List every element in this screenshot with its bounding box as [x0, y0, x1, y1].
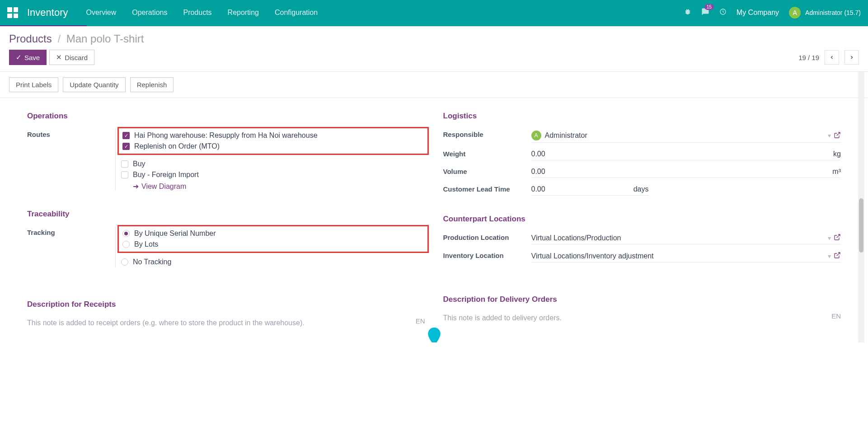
counterpart-title: Counterpart Locations [443, 215, 841, 224]
messages-badge: 15 [704, 4, 714, 10]
tracking-label: Tracking [27, 227, 115, 236]
responsible-value[interactable]: A Administrator ▾ [531, 129, 841, 143]
scrollbar-thumb[interactable] [859, 198, 863, 253]
lang-tag[interactable]: EN [416, 317, 425, 325]
tracking-option-label: By Lots [134, 240, 158, 248]
tracking-field: Tracking By Unique Serial Number By Lots… [27, 227, 425, 267]
save-label: Save [24, 54, 40, 61]
dropdown-icon[interactable]: ▾ [828, 253, 831, 260]
responsible-text: Administrator [545, 131, 826, 140]
lead-field: Customer Lead Time days [443, 183, 841, 196]
bug-icon[interactable] [684, 8, 691, 17]
routes-label: Routes [27, 129, 115, 138]
breadcrumb-separator: / [57, 33, 61, 45]
nav-products[interactable]: Products [183, 9, 211, 17]
dropdown-icon[interactable]: ▾ [828, 234, 831, 242]
breadcrumb-parent[interactable]: Products [9, 33, 52, 45]
weight-unit: kg [833, 150, 841, 158]
prod-location-value[interactable]: Virtual Locations/Production ▾ [531, 232, 841, 244]
update-quantity-button[interactable]: Update Quantity [63, 77, 125, 92]
breadcrumb: Products / Man polo T-shirt [9, 33, 859, 45]
radio-icon [122, 241, 130, 248]
tracking-none[interactable]: No Tracking [121, 257, 425, 267]
inv-location-value[interactable]: Virtual Locations/Inventory adjustment ▾ [531, 250, 841, 262]
routes-field: Routes ✓ Hai Phong warehouse: Resupply f… [27, 129, 425, 191]
discard-button[interactable]: ✕ Discard [49, 50, 94, 65]
arrow-right-icon: ➜ [133, 182, 139, 191]
view-diagram-link[interactable]: ➜ View Diagram [133, 182, 186, 191]
tracking-serial[interactable]: By Unique Serial Number [122, 228, 424, 239]
volume-label: Volume [443, 166, 531, 175]
discard-label: Discard [65, 54, 88, 61]
nav-overview[interactable]: Overview [86, 9, 117, 17]
desc-receipts-placeholder: This note is added to receipt orders (e.… [27, 317, 425, 329]
prod-location-text: Virtual Locations/Production [531, 234, 826, 242]
prod-location-field: Production Location Virtual Locations/Pr… [443, 232, 841, 244]
lang-tag[interactable]: EN [831, 312, 841, 320]
route-label: Buy - Foreign Import [133, 171, 199, 179]
nav-operations[interactable]: Operations [132, 9, 167, 17]
route-mto[interactable]: ✓ Replenish on Order (MTO) [122, 141, 424, 152]
checkbox-icon: ✓ [122, 143, 130, 150]
desc-receipts-field[interactable]: This note is added to receipt orders (e.… [27, 317, 425, 329]
print-labels-button[interactable]: Print Labels [9, 77, 58, 92]
topnav-right: 15 My Company A Administrator (15.7) [684, 7, 861, 19]
breadcrumb-bar: Products / Man polo T-shirt [0, 26, 868, 50]
weight-field: Weight kg [443, 148, 841, 160]
clock-icon[interactable] [719, 8, 727, 17]
radio-icon [122, 230, 130, 237]
tracking-option-label: No Tracking [133, 258, 171, 266]
dropdown-icon[interactable]: ▾ [828, 132, 831, 139]
user-name: Administrator (15.7) [805, 9, 861, 16]
route-haiphong[interactable]: ✓ Hai Phong warehouse: Resupply from Ha … [122, 130, 424, 141]
responsible-label: Responsible [443, 129, 531, 138]
lead-input-wrap: days [531, 183, 649, 196]
tracking-lots[interactable]: By Lots [122, 239, 424, 250]
weight-input-wrap: kg [531, 148, 841, 160]
messages-icon[interactable]: 15 [701, 8, 709, 18]
nav-menu: Overview Operations Products Reporting C… [86, 9, 318, 17]
responsible-field: Responsible A Administrator ▾ [443, 129, 841, 143]
replenish-button[interactable]: Replenish [130, 77, 174, 92]
external-link-icon[interactable] [834, 131, 841, 140]
inv-location-label: Inventory Location [443, 250, 531, 259]
routes-value: ✓ Hai Phong warehouse: Resupply from Ha … [115, 129, 425, 191]
routes-highlight: ✓ Hai Phong warehouse: Resupply from Ha … [117, 127, 429, 155]
avatar-icon: A [531, 131, 541, 140]
user-menu[interactable]: A Administrator (15.7) [789, 7, 861, 19]
close-icon: ✕ [56, 53, 62, 61]
tracking-highlight: By Unique Serial Number By Lots [117, 225, 429, 253]
app-name[interactable]: Inventory [27, 7, 68, 19]
pager-next[interactable] [845, 50, 859, 65]
pager-text: 19 / 19 [798, 54, 819, 61]
lead-input[interactable] [531, 185, 630, 193]
route-buy[interactable]: Buy [121, 159, 425, 169]
inv-location-text: Virtual Locations/Inventory adjustment [531, 252, 826, 260]
lead-unit: days [633, 185, 649, 193]
external-link-icon[interactable] [834, 252, 841, 260]
scrollbar[interactable] [858, 72, 864, 342]
tracking-option-label: By Unique Serial Number [134, 229, 216, 238]
top-nav: Inventory Overview Operations Products R… [0, 0, 868, 25]
route-buy-foreign[interactable]: Buy - Foreign Import [121, 169, 425, 180]
apps-icon[interactable] [7, 7, 18, 18]
weight-label: Weight [443, 148, 531, 158]
prod-location-label: Production Location [443, 232, 531, 241]
nav-configuration[interactable]: Configuration [275, 9, 318, 17]
pager-prev[interactable] [825, 50, 839, 65]
operations-title: Operations [27, 112, 425, 121]
weight-input[interactable] [531, 150, 830, 158]
checkbox-icon: ✓ [122, 132, 130, 139]
volume-input[interactable] [531, 168, 829, 176]
checkbox-icon [121, 171, 128, 178]
check-icon: ✓ [16, 53, 22, 61]
inv-location-field: Inventory Location Virtual Locations/Inv… [443, 250, 841, 262]
pin-marker-icon [427, 328, 441, 342]
volume-field: Volume m³ [443, 166, 841, 178]
nav-reporting[interactable]: Reporting [228, 9, 259, 17]
save-button[interactable]: ✓ Save [9, 50, 47, 65]
right-column: Logistics Responsible A Administrator ▾ … [443, 112, 841, 329]
external-link-icon[interactable] [834, 234, 841, 242]
desc-delivery-field[interactable]: This note is added to delivery orders. E… [443, 312, 841, 324]
company-selector[interactable]: My Company [737, 9, 779, 17]
